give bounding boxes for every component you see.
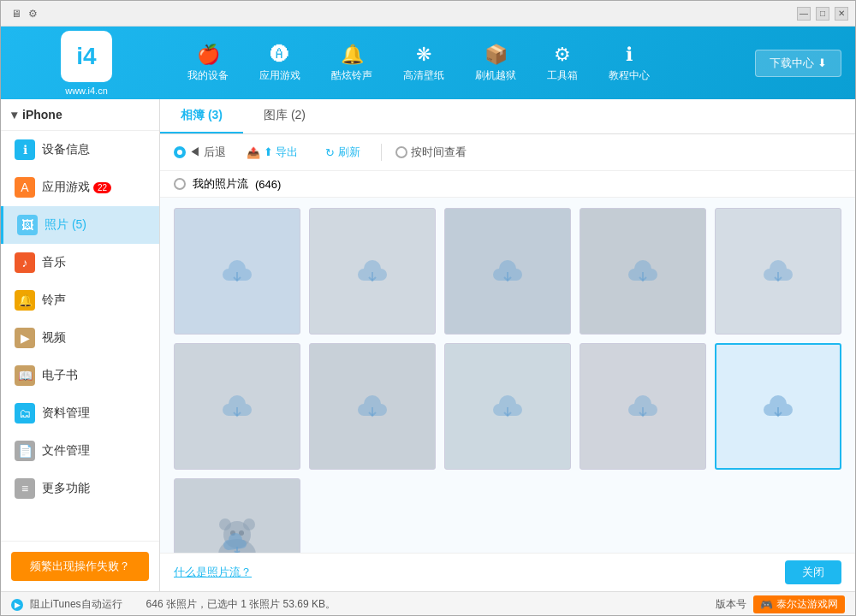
nav-label-tutorials: 教程中心 <box>609 68 650 83</box>
apps-badge: 22 <box>93 182 111 193</box>
photo-stream-label: 我的照片流 <box>193 176 248 192</box>
photo-row-3 <box>174 478 841 553</box>
nav-label-wallpapers: 高清壁纸 <box>403 68 444 83</box>
sidebar-item-music[interactable]: ♪ 音乐 <box>1 244 159 281</box>
cloud-dl-icon-4 <box>627 258 658 284</box>
window-controls: — □ ✕ <box>797 7 848 21</box>
tab-gallery[interactable]: 图库 (2) <box>243 99 326 133</box>
sidebar-item-file-mgmt[interactable]: 📄 文件管理 <box>1 432 159 470</box>
site-label: 泰尔达游戏网 <box>776 597 838 612</box>
trouble-button[interactable]: 频繁出现操作失败？ <box>11 552 149 581</box>
toolbar-divider <box>381 144 382 161</box>
maximize-button[interactable]: □ <box>816 7 829 21</box>
photo-thumb-4[interactable] <box>580 208 706 335</box>
nav-item-tutorials[interactable]: ℹ 教程中心 <box>593 37 665 90</box>
photo-thumb-9[interactable] <box>580 343 706 470</box>
nav-item-wallpapers[interactable]: ❋ 高清壁纸 <box>388 37 460 90</box>
sidebar-item-apps[interactable]: A 应用游戏 22 <box>1 169 159 206</box>
download-center-button[interactable]: 下载中心 ⬇ <box>755 50 841 77</box>
nav-item-toolbox[interactable]: ⚙ 工具箱 <box>532 37 593 90</box>
file-icon: 📄 <box>15 441 35 461</box>
cloud-dl-icon-10 <box>763 394 794 419</box>
logo-subtitle: www.i4.cn <box>65 86 108 96</box>
wallpaper-icon: ❋ <box>416 44 431 66</box>
refresh-icon: ↻ <box>325 146 335 159</box>
sidebar-item-ringtones[interactable]: 🔔 铃声 <box>1 281 159 319</box>
nav-item-jailbreak[interactable]: 📦 刷机越狱 <box>460 37 532 90</box>
sidebar-item-ebook[interactable]: 📖 电子书 <box>1 357 159 394</box>
export-button[interactable]: 📤 ⬆ 导出 <box>240 141 306 163</box>
photo-thumb-7[interactable] <box>309 343 436 470</box>
sidebar-item-more[interactable]: ≡ 更多功能 <box>1 470 159 507</box>
photo-stream-row: 我的照片流 (646) <box>160 171 855 198</box>
cloud-dl-icon-1 <box>222 258 253 284</box>
back-button-label: ◀ 后退 <box>189 145 226 160</box>
cloud-dl-icon-7 <box>357 394 388 419</box>
nav-label-ringtones: 酷炫铃声 <box>331 68 372 83</box>
nav-label-jailbreak: 刷机越狱 <box>475 68 516 83</box>
radio-time-view[interactable]: 按时间查看 <box>395 145 467 160</box>
jailbreak-icon: 📦 <box>484 44 508 66</box>
music-icon: ♪ <box>15 252 35 273</box>
cloud-dl-icon-3 <box>492 258 523 284</box>
refresh-button[interactable]: ↻ 刷新 <box>318 141 367 163</box>
nav-label-my-device: 我的设备 <box>187 68 229 83</box>
photo-row-1 <box>174 208 841 335</box>
site-icon: 🎮 <box>760 599 773 611</box>
toolbox-icon: ⚙ <box>554 44 571 66</box>
radio-back[interactable]: ◀ 后退 <box>174 145 226 160</box>
photo-thumb-6[interactable] <box>174 343 300 470</box>
close-button[interactable]: ✕ <box>835 7 848 21</box>
svg-point-3 <box>243 518 255 530</box>
title-icon-area: 🖥 ⚙ <box>8 8 38 20</box>
nav-item-my-device[interactable]: 🍎 我的设备 <box>172 37 244 90</box>
photo-thumb-10-selected[interactable] <box>715 343 841 470</box>
sidebar-item-data-mgmt[interactable]: 🗂 资料管理 <box>1 394 159 432</box>
apps-icon: 🅐 <box>270 44 289 66</box>
photo-thumb-2[interactable] <box>309 208 436 335</box>
data-icon: 🗂 <box>15 403 35 424</box>
sidebar: ▾ iPhone ℹ 设备信息 A 应用游戏 22 🖼 照片 (5) ♪ 音乐 <box>1 99 160 591</box>
sidebar-items-list: ℹ 设备信息 A 应用游戏 22 🖼 照片 (5) ♪ 音乐 🔔 铃声 <box>1 131 159 541</box>
site-badge: 🎮 泰尔达游戏网 <box>753 595 845 613</box>
itunes-status-label: 阻止iTunes自动运行 <box>30 597 122 612</box>
apple-icon: 🍎 <box>197 44 220 66</box>
sidebar-arrow-icon: ▾ <box>11 108 17 121</box>
minimize-button[interactable]: — <box>797 7 811 21</box>
photo-grid <box>160 198 855 553</box>
video-icon: ▶ <box>15 328 35 348</box>
photo-thumb-bear[interactable] <box>174 478 300 553</box>
photo-stream-count: (646) <box>255 178 281 191</box>
ring-icon: 🔔 <box>15 290 35 311</box>
photo-thumb-3[interactable] <box>444 208 571 335</box>
photo-stream-help-link[interactable]: 什么是照片流？ <box>174 565 252 580</box>
nav-label-apps: 应用游戏 <box>259 68 300 83</box>
sidebar-item-video[interactable]: ▶ 视频 <box>1 319 159 357</box>
photo-thumb-5[interactable] <box>715 208 841 335</box>
nav-item-apps[interactable]: 🅐 应用游戏 <box>244 37 316 90</box>
tab-bar: 相簿 (3) 图库 (2) <box>160 99 855 134</box>
header: i4 www.i4.cn 🍎 我的设备 🅐 应用游戏 🔔 酷炫铃声 ❋ 高清壁纸… <box>1 27 855 99</box>
version-label: 版本号 <box>716 597 746 612</box>
photo-thumb-8[interactable] <box>444 343 571 470</box>
export-icon: 📤 <box>247 146 260 159</box>
nav-item-ringtones[interactable]: 🔔 酷炫铃声 <box>316 37 388 90</box>
close-button[interactable]: 关闭 <box>785 560 841 584</box>
cloud-dl-icon-2 <box>357 258 388 284</box>
monitor-icon: 🖥 <box>11 8 21 20</box>
photo-stream-radio[interactable] <box>174 178 186 190</box>
nav-items: 🍎 我的设备 🅐 应用游戏 🔔 酷炫铃声 ❋ 高清壁纸 📦 刷机越狱 ⚙ 工具箱… <box>172 37 755 90</box>
radio-time-circle <box>395 146 407 158</box>
cloud-dl-icon-9 <box>627 394 658 419</box>
apps-circle-icon: A <box>15 177 35 198</box>
info-circle-icon: ℹ <box>15 139 35 160</box>
cloud-dl-icon-bear <box>203 507 271 553</box>
sidebar-item-device-info[interactable]: ℹ 设备信息 <box>1 131 159 169</box>
sidebar-item-photos[interactable]: 🖼 照片 (5) <box>1 206 159 244</box>
content-footer: 什么是照片流？ 关闭 <box>160 553 855 591</box>
logo-area: i4 www.i4.cn <box>1 22 172 104</box>
photo-thumb-1[interactable] <box>174 208 300 335</box>
tab-album[interactable]: 相簿 (3) <box>160 99 243 133</box>
radio-back-circle <box>174 146 186 158</box>
status-bar: ▶ 阻止iTunes自动运行 646 张照片，已选中 1 张照片 53.69 K… <box>1 591 855 616</box>
